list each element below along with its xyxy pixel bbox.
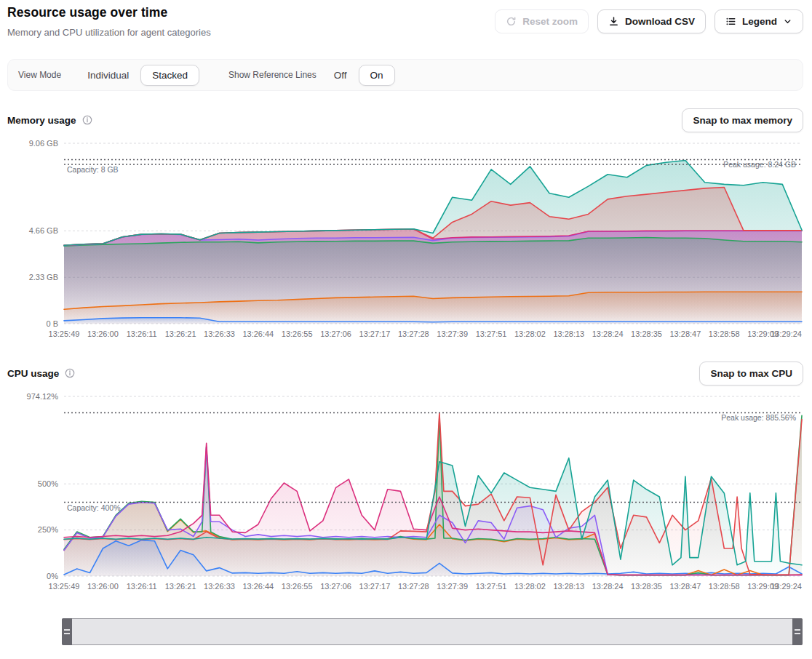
svg-text:13:27:28: 13:27:28 <box>398 330 429 338</box>
snap-to-max-cpu-button[interactable]: Snap to max CPU <box>699 362 803 386</box>
reset-zoom-button[interactable]: Reset zoom <box>495 9 589 33</box>
view-mode-stacked-option-selected[interactable]: Stacked <box>140 65 199 86</box>
info-icon[interactable] <box>82 115 92 125</box>
svg-text:13:26:33: 13:26:33 <box>204 582 235 591</box>
svg-text:13:26:55: 13:26:55 <box>282 582 313 591</box>
list-icon <box>725 16 736 27</box>
cpu-section-title: CPU usage <box>7 368 59 379</box>
snap-to-max-memory-button[interactable]: Snap to max memory <box>682 108 803 132</box>
svg-text:13:26:11: 13:26:11 <box>127 582 157 591</box>
memory-usage-chart[interactable]: 9.06 GB4.66 GB2.33 GB0 BCapacity: 8 GBPe… <box>0 135 812 347</box>
info-icon[interactable] <box>65 368 75 378</box>
chevron-down-icon <box>783 17 792 26</box>
svg-text:13:28:35: 13:28:35 <box>631 582 662 591</box>
chart-options-toolbar: View Mode Individual Stacked Show Refere… <box>7 59 803 91</box>
page-subtitle: Memory and CPU utilization for agent cat… <box>7 27 211 38</box>
svg-text:13:29:24: 13:29:24 <box>771 582 802 591</box>
svg-text:13:28:02: 13:28:02 <box>514 330 546 338</box>
svg-text:9.06 GB: 9.06 GB <box>29 139 58 148</box>
svg-text:13:28:13: 13:28:13 <box>553 582 584 591</box>
svg-text:13:27:06: 13:27:06 <box>320 582 351 591</box>
svg-text:13:25:49: 13:25:49 <box>49 582 80 591</box>
svg-text:974.12%: 974.12% <box>27 392 59 401</box>
svg-text:13:29:24: 13:29:24 <box>771 330 802 338</box>
svg-text:13:27:17: 13:27:17 <box>359 582 391 591</box>
brush-handle-left[interactable] <box>62 618 72 645</box>
svg-text:0 B: 0 B <box>46 319 58 328</box>
cpu-section-header: CPU usage Snap to max CPU <box>7 361 803 386</box>
page-title: Resource usage over time <box>7 5 167 20</box>
svg-text:13:26:44: 13:26:44 <box>242 582 274 591</box>
svg-text:4.66 GB: 4.66 GB <box>29 226 58 235</box>
svg-text:Peak usage: 8.24 GB: Peak usage: 8.24 GB <box>723 160 796 169</box>
grip-line <box>64 633 70 634</box>
svg-text:13:26:55: 13:26:55 <box>282 330 313 338</box>
svg-text:13:25:49: 13:25:49 <box>49 330 80 338</box>
resource-usage-dashboard: Resource usage over time Memory and CPU … <box>0 0 812 659</box>
refresh-icon <box>506 16 517 27</box>
download-csv-label: Download CSV <box>625 16 695 27</box>
svg-text:500%: 500% <box>38 479 58 488</box>
svg-text:13:27:06: 13:27:06 <box>320 330 351 338</box>
svg-text:Peak usage: 885.56%: Peak usage: 885.56% <box>721 413 796 422</box>
svg-text:13:26:44: 13:26:44 <box>242 330 274 338</box>
svg-text:13:28:58: 13:28:58 <box>709 582 740 591</box>
svg-text:13:28:47: 13:28:47 <box>669 330 701 338</box>
svg-text:13:28:47: 13:28:47 <box>669 582 701 591</box>
cpu-usage-chart[interactable]: 974.12%500%250%0%Capacity: 400%Peak usag… <box>0 388 812 600</box>
download-icon <box>608 16 619 27</box>
reset-zoom-label: Reset zoom <box>522 16 578 27</box>
view-mode-label: View Mode <box>18 70 61 80</box>
svg-text:13:27:39: 13:27:39 <box>437 330 468 338</box>
brush-handle-right[interactable] <box>792 618 803 645</box>
svg-text:13:26:00: 13:26:00 <box>87 582 119 591</box>
svg-text:0%: 0% <box>47 572 58 580</box>
reference-lines-on-option-selected[interactable]: On <box>359 65 395 86</box>
memory-section-header: Memory usage Snap to max memory <box>7 108 803 132</box>
svg-text:2.33 GB: 2.33 GB <box>29 273 58 281</box>
reference-lines-off-option[interactable]: Off <box>327 65 354 85</box>
svg-text:13:28:58: 13:28:58 <box>709 330 740 338</box>
svg-text:13:28:13: 13:28:13 <box>553 330 584 338</box>
svg-text:250%: 250% <box>38 525 58 534</box>
memory-section-title: Memory usage <box>7 115 76 126</box>
grip-line <box>64 629 70 631</box>
grip-line <box>795 633 800 634</box>
svg-text:Capacity: 8 GB: Capacity: 8 GB <box>67 165 119 174</box>
svg-text:13:26:21: 13:26:21 <box>165 330 196 338</box>
time-range-brush[interactable] <box>62 618 803 645</box>
svg-text:13:27:51: 13:27:51 <box>476 330 507 338</box>
legend-button[interactable]: Legend <box>715 9 803 33</box>
svg-text:13:27:17: 13:27:17 <box>359 330 391 338</box>
svg-text:13:26:00: 13:26:00 <box>87 330 119 338</box>
svg-text:13:27:51: 13:27:51 <box>476 582 507 591</box>
svg-text:13:28:02: 13:28:02 <box>514 582 546 591</box>
svg-text:13:26:11: 13:26:11 <box>127 330 157 338</box>
header-buttons: Reset zoom Download CSV Legend <box>495 9 803 33</box>
svg-text:13:26:21: 13:26:21 <box>165 582 196 591</box>
svg-text:Capacity: 400%: Capacity: 400% <box>67 503 121 512</box>
svg-text:13:27:28: 13:27:28 <box>398 582 429 591</box>
view-mode-individual-option[interactable]: Individual <box>80 65 136 85</box>
svg-text:13:28:24: 13:28:24 <box>592 582 624 591</box>
legend-label: Legend <box>742 16 777 27</box>
svg-text:13:26:33: 13:26:33 <box>204 330 235 338</box>
svg-text:13:28:35: 13:28:35 <box>631 330 662 338</box>
show-reference-lines-label: Show Reference Lines <box>228 70 317 80</box>
download-csv-button[interactable]: Download CSV <box>597 9 706 33</box>
svg-text:13:27:39: 13:27:39 <box>437 582 468 591</box>
svg-text:13:28:24: 13:28:24 <box>592 330 624 338</box>
grip-line <box>795 629 800 631</box>
